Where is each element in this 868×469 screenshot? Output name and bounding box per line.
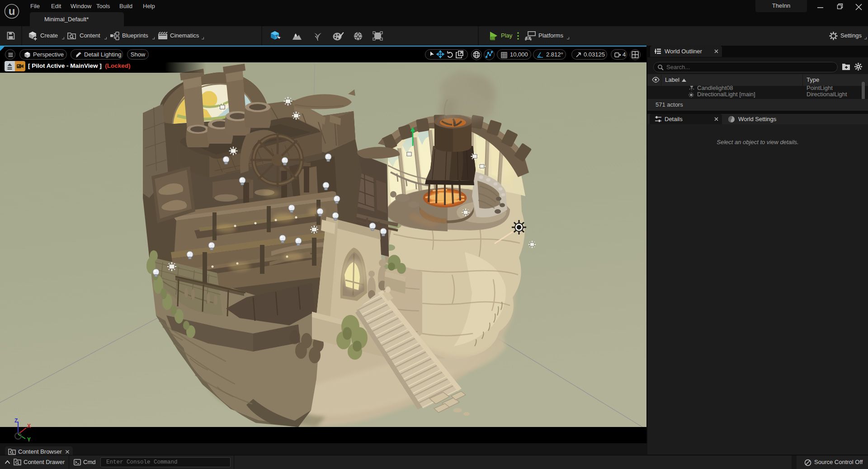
svg-text:Z: Z xyxy=(14,417,18,424)
svg-text:u: u xyxy=(9,5,15,17)
svg-text:Y: Y xyxy=(27,436,31,443)
svg-text:X: X xyxy=(27,423,31,429)
